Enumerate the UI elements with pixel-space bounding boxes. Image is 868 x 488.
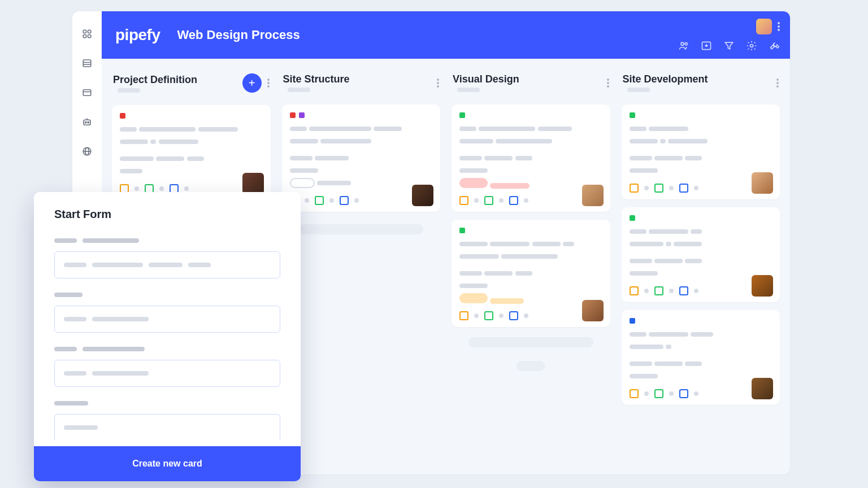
column-subtitle-placeholder xyxy=(627,88,650,92)
checklist-icon xyxy=(315,196,324,205)
card-placeholder xyxy=(299,224,424,234)
tag-green xyxy=(459,112,465,118)
filter-icon[interactable] xyxy=(723,40,735,51)
header: pipefy Web Design Process xyxy=(102,11,790,59)
svg-rect-2 xyxy=(83,35,86,38)
card[interactable] xyxy=(622,104,780,199)
form-group xyxy=(54,344,280,387)
members-icon[interactable] xyxy=(678,40,689,51)
form-group xyxy=(54,236,280,278)
assignee-avatar xyxy=(412,185,433,206)
due-icon xyxy=(630,286,639,295)
column-title: Project Definition xyxy=(113,74,237,86)
card[interactable] xyxy=(622,310,780,405)
header-menu-icon[interactable] xyxy=(778,22,780,31)
svg-rect-1 xyxy=(88,30,91,33)
svg-point-17 xyxy=(685,43,687,45)
column-site-structure: Site Structure xyxy=(279,73,444,460)
create-card-button[interactable]: Create new card xyxy=(34,446,301,481)
form-input[interactable] xyxy=(54,414,280,441)
automation-icon[interactable] xyxy=(80,115,94,129)
tag-green xyxy=(630,112,635,118)
svg-point-19 xyxy=(750,45,753,47)
column-subtitle-placeholder xyxy=(118,88,140,93)
assignee-avatar xyxy=(582,300,604,321)
svg-point-11 xyxy=(88,122,89,123)
form-input[interactable] xyxy=(54,360,280,387)
tag-purple xyxy=(299,112,305,118)
sync-icon xyxy=(679,389,688,398)
brand-text: pipefy xyxy=(115,26,160,44)
tools-icon[interactable] xyxy=(769,40,780,51)
svg-rect-4 xyxy=(83,60,91,67)
column-title: Visual Design xyxy=(453,73,601,85)
svg-rect-3 xyxy=(88,35,91,38)
assignee-avatar xyxy=(582,185,604,206)
column-menu-icon[interactable] xyxy=(607,79,609,88)
tag-blue xyxy=(630,318,635,324)
card[interactable] xyxy=(112,105,271,200)
column-visual-design: Visual Design xyxy=(448,73,614,460)
svg-point-16 xyxy=(681,42,684,45)
modal-title: Start Form xyxy=(54,208,280,221)
assignee-avatar xyxy=(242,173,264,194)
card[interactable] xyxy=(452,104,610,212)
card-icon[interactable] xyxy=(80,86,94,99)
card[interactable] xyxy=(622,207,780,302)
column-site-development: Site Development xyxy=(618,73,784,460)
due-icon xyxy=(630,184,639,193)
grid-icon[interactable] xyxy=(80,27,94,41)
checklist-icon xyxy=(484,196,493,205)
checklist-icon xyxy=(654,389,663,398)
form-group xyxy=(54,290,280,333)
tag-green xyxy=(630,215,635,221)
tag-red xyxy=(120,113,125,119)
web-icon[interactable] xyxy=(80,145,94,158)
assignee-avatar xyxy=(752,172,773,194)
checklist-icon xyxy=(654,286,663,295)
column-title: Site Development xyxy=(623,73,771,85)
brand-logo[interactable]: pipefy xyxy=(115,26,160,44)
card-placeholder xyxy=(517,361,545,371)
column-title: Site Structure xyxy=(283,73,432,85)
checklist-icon xyxy=(654,184,663,193)
sync-icon xyxy=(340,196,349,205)
tag-red xyxy=(290,112,296,118)
tag-green xyxy=(459,228,465,233)
checklist-icon xyxy=(484,311,493,320)
start-form-modal: Start Form Create new card xyxy=(34,192,301,481)
svg-point-10 xyxy=(85,122,86,123)
column-subtitle-placeholder xyxy=(288,88,310,92)
import-icon[interactable] xyxy=(701,40,712,51)
sync-icon xyxy=(509,196,518,205)
assignee-avatar xyxy=(752,378,773,399)
svg-rect-7 xyxy=(83,90,91,96)
form-input[interactable] xyxy=(54,306,280,333)
column-menu-icon[interactable] xyxy=(776,79,779,88)
page-title: Web Design Process xyxy=(177,28,300,42)
header-actions xyxy=(678,11,780,59)
list-icon[interactable] xyxy=(80,56,94,70)
column-menu-icon[interactable] xyxy=(437,79,439,88)
assignee-avatar xyxy=(752,275,773,297)
form-group xyxy=(54,398,280,441)
card[interactable] xyxy=(452,220,610,327)
due-icon xyxy=(459,196,468,205)
due-icon xyxy=(459,311,468,320)
card-placeholder xyxy=(468,337,593,347)
sync-icon xyxy=(679,184,688,193)
column-menu-icon[interactable] xyxy=(267,79,270,88)
card[interactable] xyxy=(282,104,441,212)
sync-icon xyxy=(679,286,688,295)
add-card-button[interactable]: + xyxy=(242,73,262,93)
due-icon xyxy=(630,389,639,398)
sync-icon xyxy=(509,311,518,320)
column-subtitle-placeholder xyxy=(457,88,480,92)
svg-rect-0 xyxy=(83,30,86,33)
form-input[interactable] xyxy=(54,251,280,278)
settings-icon[interactable] xyxy=(746,40,757,51)
user-avatar[interactable] xyxy=(756,19,772,34)
